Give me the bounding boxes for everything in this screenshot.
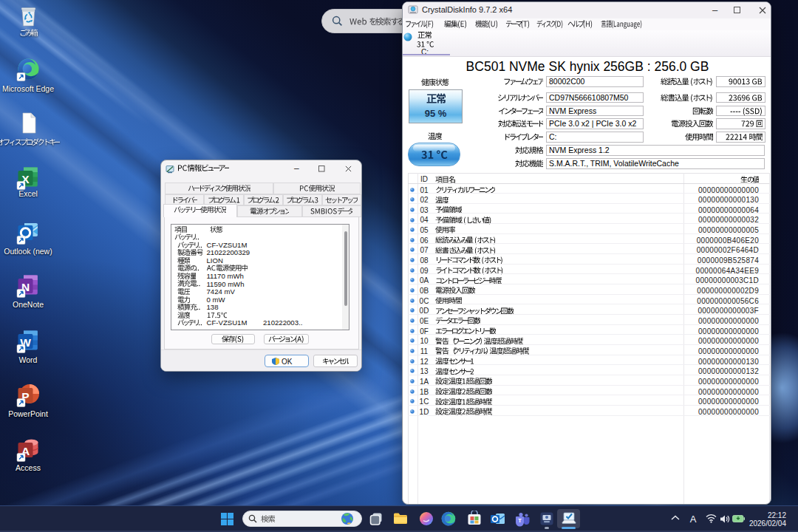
svg-text:T: T xyxy=(518,517,522,524)
